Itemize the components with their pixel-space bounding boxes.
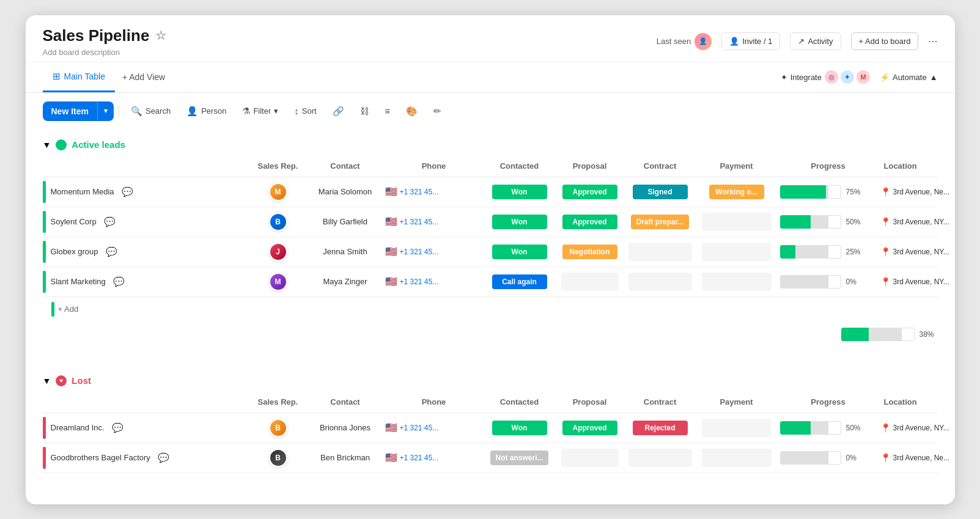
lost-collapse-arrow[interactable]: ▼ [43,376,51,386]
person-button[interactable]: 👤 Person [180,101,233,121]
invite-button[interactable]: 👤 Invite / 1 [721,32,780,50]
col-header-phone-lost: Phone [385,395,483,409]
new-item-label[interactable]: New Item [43,101,97,121]
proposal-cell[interactable]: Negotiation [556,245,624,259]
contacted-cell[interactable]: Won [483,215,556,229]
progress-pct: 0% [846,278,864,286]
contacted-cell[interactable]: Won [483,421,556,435]
empty-status [702,273,772,291]
contacted-cell[interactable]: Not answeri... [483,451,556,465]
contacted-cell[interactable]: Won [483,245,556,259]
status-badge[interactable]: Not answeri... [490,451,548,465]
row-name-cell: Soylent Corp 💬 [43,207,251,237]
col-header-payment-lost: Payment [697,395,776,409]
integration-icon-1: ◎ [825,70,838,84]
add-row-label[interactable]: + Add [58,304,79,314]
status-badge[interactable]: Signed [633,185,688,199]
col-header-contract-lost: Contract [624,395,697,409]
search-button[interactable]: 🔍 Search [124,101,177,121]
search-icon: 🔍 [131,106,142,117]
status-badge[interactable]: Won [492,245,547,259]
active-leads-dot [56,139,67,150]
status-badge[interactable]: Approved [562,421,617,435]
col-header-sales-rep-lost: Sales Rep. [251,395,306,409]
board-description[interactable]: Add board description [43,48,167,57]
proposal-cell[interactable]: Approved [556,215,624,229]
status-badge[interactable]: Approved [562,215,617,229]
status-badge[interactable]: Approved [562,185,617,199]
location-cell: 📍 3rd Avenue, Ne... [880,453,955,463]
section-separator [43,347,938,366]
active-leads-label[interactable]: Active leads [72,139,125,150]
active-leads-collapse-arrow[interactable]: ▼ [43,140,51,150]
progress-fill [780,421,811,435]
payment-cell[interactable]: Working o... [697,185,776,199]
more-tools-icon: ✏ [433,106,441,117]
contract-cell[interactable]: Draft prepar... [624,215,697,229]
payment-cell[interactable] [697,210,776,234]
add-view-button[interactable]: + Add View [115,64,172,90]
chain-button[interactable]: ⛓ [353,101,376,120]
proposal-cell[interactable]: Approved [556,185,624,199]
status-badge[interactable]: Draft prepar... [631,215,688,229]
progress-thumb [828,185,841,199]
empty-status [702,449,772,467]
activity-button[interactable]: ↗ Activity [790,32,841,50]
chain-icon: ⛓ [360,106,369,116]
new-item-dropdown-arrow[interactable]: ▾ [97,102,114,120]
status-badge[interactable]: Won [492,215,547,229]
filter-dropdown-icon: ▾ [274,106,278,116]
status-badge[interactable]: Working o... [709,185,764,199]
phone-number: +1 321 45... [400,248,439,256]
link-button[interactable]: 🔗 [326,101,351,121]
add-row-button[interactable]: + Add [43,297,938,322]
phone-number: +1 321 45... [400,188,439,196]
add-view-label: + Add View [122,72,165,82]
avatar: B [269,449,287,467]
board-title-text: Sales Pipeline [43,26,150,45]
status-badge[interactable]: Rejected [633,421,688,435]
empty-status [702,213,772,231]
star-icon[interactable]: ☆ [155,28,166,43]
color-button[interactable]: 🎨 [399,101,424,121]
avatar: B [269,213,287,231]
contacted-cell[interactable]: Won [483,185,556,199]
status-badge[interactable]: Won [492,185,547,199]
empty-status [702,243,772,261]
progress-fill [780,185,826,199]
comment-icon[interactable]: 💬 [158,452,169,463]
comment-icon[interactable]: 💬 [113,276,125,287]
new-item-button[interactable]: New Item ▾ [43,101,114,121]
summary-progress-thumb [901,328,915,341]
lost-label[interactable]: Lost [72,375,91,386]
row-name-cell: Dreamland Inc. 💬 [43,413,251,443]
location-pin-icon: 📍 [880,217,891,227]
row-height-button[interactable]: ≡ [378,101,397,120]
proposal-cell[interactable]: Approved [556,421,624,435]
contacted-cell[interactable]: Call again [483,274,556,289]
comment-icon[interactable]: 💬 [112,422,123,433]
sales-rep-cell: M [251,183,306,201]
active-leads-col-headers: Sales Rep. Contact Phone Contacted Propo… [43,155,938,177]
status-badge[interactable]: Call again [492,274,547,289]
sort-button[interactable]: ↕ Sort [287,101,323,120]
comment-icon[interactable]: 💬 [122,186,133,197]
tab-main-table[interactable]: ⊞ Main Table [43,62,115,92]
more-tools-button[interactable]: ✏ [427,101,448,121]
integrate-button[interactable]: ✦ Integrate ◎ ✦ M [781,70,870,84]
comment-icon[interactable]: 💬 [104,216,116,227]
comment-icon[interactable]: 💬 [106,246,117,257]
contact-cell: Ben Brickman [306,453,385,462]
status-badge[interactable]: Negotiation [562,245,617,259]
status-badge[interactable]: Won [492,421,547,435]
filter-button[interactable]: ⚗ Filter ▾ [235,101,285,121]
progress-bar [780,275,841,289]
contract-cell[interactable]: Rejected [624,421,697,435]
phone-number: +1 321 45... [400,424,439,432]
contract-cell[interactable]: Signed [624,185,697,199]
row-name: Globex group [51,247,98,256]
more-options-icon[interactable]: ··· [928,35,937,48]
main-table-label: Main Table [64,72,105,81]
automate-button[interactable]: ⚡ Automate ▲ [880,73,938,82]
add-to-board-button[interactable]: + Add to board [851,32,919,50]
